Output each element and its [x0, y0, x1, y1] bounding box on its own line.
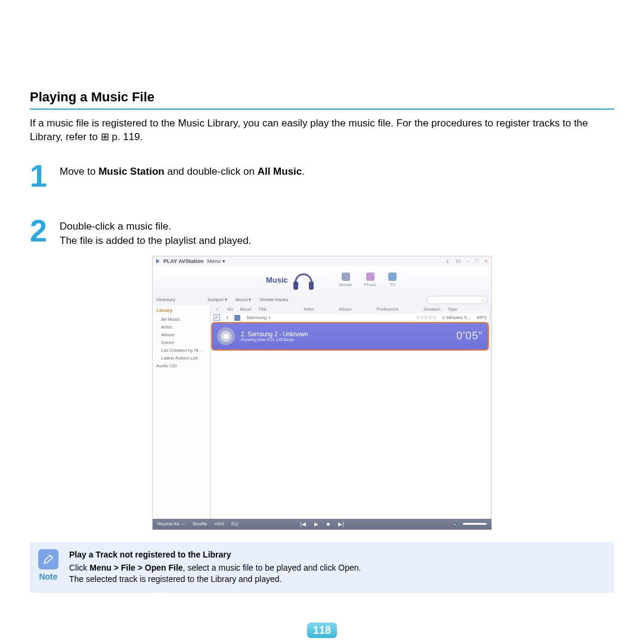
- hss-button[interactable]: HSS: [214, 521, 224, 527]
- window-chrome: ⤓ M – □ ×: [445, 258, 488, 264]
- step-text: .: [302, 166, 305, 177]
- svg-rect-1: [309, 281, 314, 290]
- cell-title: Samsung 1: [246, 315, 270, 320]
- now-playing-title: 2. Samsung 2 - Unknown: [241, 331, 308, 338]
- repeat-button[interactable]: Repeat All —: [157, 521, 185, 527]
- col-mood[interactable]: Mood: [240, 306, 252, 312]
- photo-icon: [366, 273, 374, 281]
- col-album[interactable]: Album: [339, 306, 351, 312]
- sidebar-item-all-music[interactable]: All Music: [153, 315, 210, 323]
- stop-button[interactable]: ■: [327, 521, 330, 527]
- transport-controls: |◀ ▶ ■ ▶|: [300, 521, 343, 527]
- cell-preference[interactable]: ☆☆☆☆☆: [416, 315, 436, 320]
- note-text: , select a music file to be played and c…: [183, 563, 361, 572]
- tab-photo[interactable]: Photo: [364, 273, 376, 287]
- filter-subject[interactable]: Subject ▾: [208, 297, 227, 302]
- col-preference[interactable]: Preference: [377, 306, 399, 312]
- sidebar-item-list[interactable]: List Created by M...: [153, 346, 210, 354]
- sidebar-item-genre[interactable]: Genre: [153, 339, 210, 346]
- maximize-button[interactable]: □: [475, 258, 478, 264]
- tab-music[interactable]: Music: [266, 275, 288, 284]
- play-button[interactable]: ▶: [314, 521, 318, 527]
- col-title[interactable]: Title: [258, 306, 267, 312]
- track-list-area: [211, 351, 490, 519]
- step-text: Move to: [60, 166, 98, 177]
- filter-bar: Directory Subject ▾ Mood ▾ Similar track…: [153, 295, 491, 306]
- player-bar: Repeat All — Shuffle HSS EQ |◀ ▶ ■ ▶| 🔈: [153, 519, 491, 530]
- filter-directory[interactable]: Directory: [156, 297, 175, 302]
- elapsed-time: 0'05": [456, 330, 483, 342]
- tv-icon: [388, 273, 397, 281]
- search-icon: ⌕: [482, 297, 485, 303]
- note-body: Play a Track not registered to the Libra…: [69, 549, 361, 586]
- now-playing-row[interactable]: 2. Samsung 2 - Unknown Running time 0:01…: [211, 322, 489, 351]
- search-input[interactable]: ⌕: [427, 296, 488, 304]
- col-artist[interactable]: Artist: [304, 306, 314, 312]
- mode-button[interactable]: M: [456, 258, 461, 264]
- note-bold: Menu > File > Open File: [89, 563, 182, 572]
- headphones-icon: [292, 270, 315, 291]
- disc-icon: [217, 327, 235, 345]
- section-heading: Playing a Music File: [30, 89, 614, 105]
- cell-duration: 2 Minutes 5...: [442, 315, 471, 320]
- page-ref: ⊞ p. 119: [101, 131, 140, 143]
- note-line-2: The selected track is registered to the …: [69, 574, 361, 586]
- intro-paragraph: If a music file is registered to the Mus…: [30, 117, 614, 144]
- sidebar-item-audio-cd[interactable]: Audio CD: [153, 362, 210, 370]
- step-line: The file is added to the playlist and pl…: [60, 234, 251, 249]
- step-number: 1: [30, 162, 60, 190]
- step-body: Move to Music Station and double-click o…: [60, 162, 305, 179]
- tab-tv[interactable]: TV: [388, 273, 397, 287]
- filter-mood[interactable]: Mood ▾: [236, 297, 251, 302]
- now-playing-sub: Running time 0:01 1953kbps: [241, 338, 308, 342]
- step-bold: All Music: [258, 166, 302, 177]
- heading-rule: [30, 109, 614, 110]
- tab-label: Movie: [339, 282, 352, 287]
- col-type[interactable]: Type: [448, 306, 457, 312]
- step-body: Double-click a music file. The file is a…: [60, 217, 251, 249]
- col-duration[interactable]: Duration: [423, 306, 440, 312]
- note-line-1: Click Menu > File > Open File, select a …: [69, 562, 361, 574]
- note-pencil-icon: [38, 549, 58, 569]
- col-no[interactable]: No: [227, 306, 233, 312]
- prev-button[interactable]: |◀: [300, 521, 305, 527]
- app-screenshot: PLAY AVStation Menu ▾ ⤓ M – □ × Music Mo…: [152, 256, 492, 530]
- step-bold: Music Station: [98, 166, 165, 177]
- pin-button[interactable]: ⤓: [445, 258, 450, 264]
- next-button[interactable]: ▶|: [338, 521, 343, 527]
- note-title: Play a Track not registered to the Libra…: [69, 549, 361, 561]
- column-headers: ✓ No Mood Title Artist Album Preference …: [210, 305, 490, 314]
- menu-dropdown[interactable]: Menu ▾: [208, 258, 225, 264]
- note-text: Click: [69, 563, 89, 572]
- svg-rect-0: [293, 281, 298, 290]
- close-button[interactable]: ×: [485, 258, 488, 264]
- intro-text-b: .: [140, 131, 143, 143]
- sidebar-item-artist[interactable]: Artist: [153, 323, 210, 331]
- cell-type: MP3: [477, 315, 487, 320]
- step-line: Double-click a music file.: [60, 219, 251, 234]
- app-title: PLAY AVStation: [163, 258, 204, 264]
- page-number: 118: [307, 623, 337, 638]
- tab-label: Photo: [364, 282, 376, 287]
- now-playing-text: 2. Samsung 2 - Unknown Running time 0:01…: [241, 331, 308, 342]
- shuffle-button[interactable]: Shuffle: [193, 521, 208, 527]
- sidebar-item-album[interactable]: Album: [153, 331, 210, 339]
- col-check[interactable]: ✓: [216, 306, 220, 312]
- tab-movie[interactable]: Movie: [339, 273, 352, 287]
- filter-similar[interactable]: Similar tracks: [259, 297, 288, 302]
- window-titlebar: PLAY AVStation Menu ▾ ⤓ M – □ ×: [153, 256, 491, 267]
- category-tabs: Movie Photo TV: [339, 273, 397, 287]
- sidebar-header-library[interactable]: Library: [153, 305, 210, 315]
- eq-button[interactable]: EQ: [231, 521, 239, 527]
- note-box: Note Play a Track not registered to the …: [30, 542, 614, 593]
- track-row-1[interactable]: ✓ 1 Samsung 1 ☆☆☆☆☆ 2 Minutes 5... MP3: [211, 314, 489, 322]
- checkbox-icon[interactable]: ✓: [213, 314, 220, 321]
- sidebar-item-latest[interactable]: Latest Added List: [153, 354, 210, 362]
- volume-icon[interactable]: 🔈: [453, 521, 459, 527]
- app-header: Music Movie Photo TV: [153, 266, 491, 295]
- volume-slider[interactable]: [463, 523, 487, 525]
- minimize-button[interactable]: –: [466, 258, 469, 264]
- note-label: Note: [39, 572, 57, 581]
- step-text: and double-click on: [165, 166, 258, 177]
- play-icon: [156, 259, 160, 264]
